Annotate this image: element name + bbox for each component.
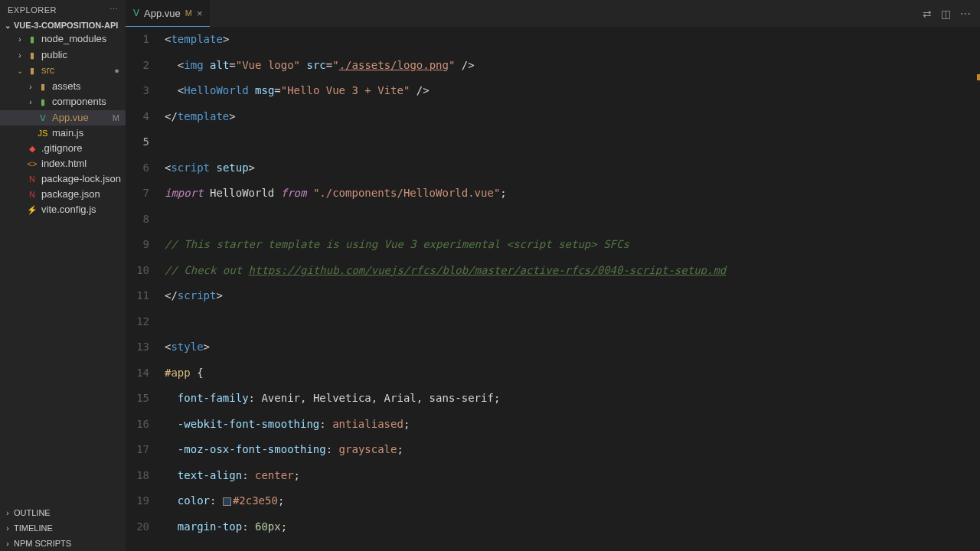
vue-icon: V <box>133 8 139 18</box>
chevron-down-icon: ⌄ <box>3 21 12 30</box>
folder-icon: ▮ <box>26 65 38 77</box>
tree-item-label: assets <box>52 80 81 92</box>
code-line[interactable] <box>160 207 980 233</box>
line-number: 2 <box>126 53 149 79</box>
project-name: VUE-3-COMPOSITION-API <box>14 21 118 30</box>
line-number: 16 <box>126 412 149 438</box>
folder-components[interactable]: ›▮components <box>0 94 126 110</box>
code-line[interactable] <box>160 129 980 155</box>
file-main-js[interactable]: JSmain.js <box>0 126 126 141</box>
line-number: 12 <box>126 309 149 335</box>
code-line[interactable]: </script> <box>160 283 980 309</box>
file--gitignore[interactable]: ◆.gitignore <box>0 141 126 157</box>
line-number: 20 <box>126 514 149 540</box>
folder-icon: ▮ <box>37 96 49 109</box>
folder-icon: ▮ <box>26 49 38 61</box>
split-editor-icon[interactable]: ◫ <box>941 8 951 20</box>
vue-icon: V <box>37 112 49 124</box>
line-number: 17 <box>126 437 149 463</box>
explorer-title: EXPLORER <box>8 5 57 15</box>
code-line[interactable]: <template> <box>160 27 980 53</box>
tab-modified-badge: M <box>185 8 192 18</box>
file-app-vue[interactable]: VApp.vueM <box>0 110 126 126</box>
js-icon: ⚡ <box>26 204 38 217</box>
code-content[interactable]: <template> <img alt="Vue logo" src="./as… <box>160 27 980 551</box>
tree-item-label: src <box>41 64 54 76</box>
panel-outline[interactable]: ›OUTLINE <box>0 505 126 520</box>
folder-public[interactable]: ›▮public <box>0 47 126 64</box>
chevron-right-icon: › <box>3 540 12 548</box>
code-line[interactable]: <HelloWorld msg="Hello Vue 3 + Vite" /> <box>160 78 980 104</box>
line-number-gutter: 1234567891011121314151617181920 <box>126 27 160 551</box>
tree-item-label: .gitignore <box>41 142 82 154</box>
panel-timeline[interactable]: ›TIMELINE <box>0 520 126 536</box>
chevron-right-icon: › <box>3 524 12 533</box>
html-icon: <> <box>26 158 38 170</box>
file-index-html[interactable]: <>index.html <box>0 156 126 171</box>
code-line[interactable]: margin-top: 60px; <box>160 514 980 540</box>
code-line[interactable]: font-family: Avenir, Helvetica, Arial, s… <box>160 386 980 412</box>
modified-badge: ● <box>114 66 119 75</box>
project-header[interactable]: ⌄ VUE-3-COMPOSITION-API <box>0 19 126 31</box>
code-line[interactable]: // This starter template is using Vue 3 … <box>160 232 980 258</box>
line-number: 1 <box>126 27 149 53</box>
tree-item-label: package-lock.json <box>41 173 121 184</box>
tab-app-vue[interactable]: V App.vue M × <box>126 0 210 27</box>
color-swatch <box>223 497 231 506</box>
chevron-icon: › <box>26 98 35 106</box>
js-icon: JS <box>37 127 49 139</box>
explorer-more-icon[interactable]: ⋯ <box>109 5 119 15</box>
explorer-header: EXPLORER ⋯ <box>0 0 126 19</box>
code-line[interactable]: <style> <box>160 334 980 360</box>
collapsed-panels: ›OUTLINE›TIMELINE›NPM SCRIPTS <box>0 505 126 551</box>
ruler-mark <box>977 74 980 80</box>
line-number: 15 <box>126 386 149 412</box>
chevron-icon: › <box>15 35 24 44</box>
line-number: 9 <box>126 232 149 258</box>
folder-node_modules[interactable]: ›▮node_modules <box>0 31 126 47</box>
tree-item-label: package.json <box>41 188 100 200</box>
code-line[interactable]: #app { <box>160 360 980 386</box>
chevron-icon: ⌄ <box>15 67 24 75</box>
code-line[interactable]: <img alt="Vue logo" src="./assets/logo.p… <box>160 53 980 79</box>
line-number: 14 <box>126 360 149 386</box>
compare-icon[interactable]: ⇄ <box>923 8 932 20</box>
code-line[interactable] <box>160 309 980 335</box>
folder-icon: ▮ <box>37 80 49 93</box>
tab-bar: V App.vue M × ⇄ ◫ ⋯ <box>126 0 980 27</box>
explorer-sidebar: EXPLORER ⋯ ⌄ VUE-3-COMPOSITION-API ›▮nod… <box>0 0 126 551</box>
more-actions-icon[interactable]: ⋯ <box>960 8 971 20</box>
folder-src[interactable]: ⌄▮src● <box>0 63 126 79</box>
line-number: 10 <box>126 258 149 284</box>
code-line[interactable]: -webkit-font-smoothing: antialiased; <box>160 412 980 438</box>
code-editor[interactable]: 1234567891011121314151617181920 <templat… <box>126 27 980 551</box>
folder-assets[interactable]: ›▮assets <box>0 79 126 95</box>
file-tree: ›▮node_modules›▮public⌄▮src●›▮assets›▮co… <box>0 31 126 505</box>
line-number: 13 <box>126 334 149 360</box>
line-number: 19 <box>126 488 149 514</box>
code-line[interactable]: </template> <box>160 104 980 130</box>
panel-npm-scripts[interactable]: ›NPM SCRIPTS <box>0 536 126 551</box>
line-number: 6 <box>126 155 149 181</box>
overview-ruler[interactable] <box>977 27 980 551</box>
line-number: 11 <box>126 283 149 309</box>
code-line[interactable]: import HelloWorld from "./components/Hel… <box>160 181 980 207</box>
code-line[interactable]: -moz-osx-font-smoothing: grayscale; <box>160 437 980 463</box>
tab-actions: ⇄ ◫ ⋯ <box>923 8 980 20</box>
code-line[interactable]: text-align: center; <box>160 463 980 489</box>
close-icon[interactable]: × <box>197 8 203 19</box>
tree-item-label: vite.config.js <box>41 204 96 215</box>
folder-icon: ▮ <box>26 34 38 46</box>
code-line[interactable]: <script setup> <box>160 155 980 181</box>
line-number: 5 <box>126 129 149 155</box>
file-package-json[interactable]: Npackage.json <box>0 187 126 202</box>
code-line[interactable]: // Check out https://github.com/vuejs/rf… <box>160 258 980 284</box>
tree-item-label: main.js <box>52 127 83 139</box>
line-number: 18 <box>126 463 149 489</box>
tree-item-label: App.vue <box>52 112 89 123</box>
chevron-icon: › <box>26 83 35 91</box>
file-package-lock-json[interactable]: Npackage-lock.json <box>0 171 126 187</box>
code-line[interactable]: color: #2c3e50; <box>160 488 980 514</box>
file-vite-config-js[interactable]: ⚡vite.config.js <box>0 202 126 218</box>
modified-badge: M <box>113 113 119 122</box>
